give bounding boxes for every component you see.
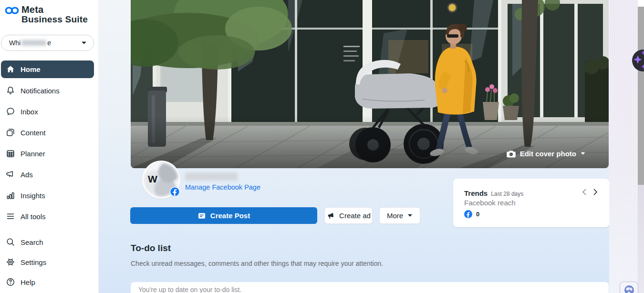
trends-metric-label: Facebook reach <box>464 199 598 207</box>
sidebar-item-home[interactable]: Home <box>1 61 94 78</box>
meta-infinity-icon <box>5 6 19 15</box>
more-button[interactable]: More <box>379 207 420 224</box>
brand-line-1: Meta <box>21 5 88 15</box>
megaphone-icon <box>6 170 15 179</box>
gear-icon <box>6 257 15 267</box>
meta-business-suite-logo: Meta Business Suite <box>5 5 88 24</box>
posts-icon <box>6 128 15 137</box>
page-name-redacted <box>185 172 238 181</box>
sidebar-item-label: Insights <box>21 192 45 200</box>
sidebar-item-label: Home <box>21 65 41 73</box>
sidebar-item-notifications[interactable]: Notifications <box>1 80 94 101</box>
sidebar-item-label: All tools <box>21 212 46 221</box>
sidebar-item-settings[interactable]: Settings <box>1 252 94 272</box>
search-icon <box>6 237 15 247</box>
more-label: More <box>387 212 403 220</box>
sidebar-item-all-tools[interactable]: All tools <box>1 206 94 227</box>
sparkle-icon <box>632 50 644 71</box>
avatar-letter: W <box>148 173 157 185</box>
sidebar-nav: Home Notifications Inbox Content Planner… <box>1 61 94 227</box>
edit-cover-photo-label: Edit cover photo <box>520 150 576 158</box>
sidebar-item-search[interactable]: Search <box>1 232 94 252</box>
sidebar-item-insights[interactable]: Insights <box>1 185 94 206</box>
menu-lines-icon <box>6 212 15 221</box>
trends-prev-button[interactable] <box>582 189 586 195</box>
trends-card: Trends Last 28 days Facebook reach 0 <box>453 179 609 227</box>
sidebar-item-label: Notifications <box>21 87 60 95</box>
sidebar-item-label: Content <box>21 129 46 137</box>
sidebar-item-help[interactable]: Help <box>1 272 94 292</box>
window-scrollbar[interactable] <box>638 0 644 293</box>
megaphone-icon <box>326 212 335 220</box>
post-icon <box>197 212 206 220</box>
bell-icon <box>6 86 15 95</box>
create-ad-button[interactable]: Create ad <box>324 207 373 224</box>
sidebar-item-label: Inbox <box>21 108 38 116</box>
sidebar-item-label: Settings <box>21 258 46 266</box>
sidebar: Meta Business Suite Whie Home Notificati… <box>0 0 99 293</box>
globe-extension-button[interactable] <box>620 282 638 293</box>
camera-icon <box>507 150 516 158</box>
page-name-redacted <box>21 40 46 46</box>
ai-assistant-button[interactable] <box>632 50 644 71</box>
edit-cover-photo-button[interactable]: Edit cover photo <box>507 150 585 158</box>
brand-line-2: Business Suite <box>21 15 88 24</box>
chat-bubble-icon <box>6 107 15 116</box>
create-ad-label: Create ad <box>339 212 371 220</box>
chevron-down-icon <box>581 152 585 155</box>
sidebar-secondary-nav: Search Settings Help <box>1 232 94 292</box>
trends-next-button[interactable] <box>593 189 598 195</box>
question-icon <box>6 277 15 287</box>
sidebar-item-label: Help <box>21 278 35 286</box>
cover-gradient-overlay <box>131 116 609 168</box>
todo-list-title: To-do list <box>131 243 171 253</box>
trends-range: Last 28 days <box>491 191 523 197</box>
sidebar-item-label: Planner <box>21 150 45 158</box>
cover-photo: Edit cover photo <box>131 0 609 168</box>
main-content: Edit cover photo W Manage Facebook Page … <box>99 0 609 293</box>
create-post-label: Create Post <box>210 212 250 220</box>
sidebar-item-planner[interactable]: Planner <box>1 143 94 164</box>
sidebar-item-inbox[interactable]: Inbox <box>1 101 94 122</box>
facebook-icon <box>464 210 472 218</box>
sidebar-item-content[interactable]: Content <box>1 122 94 143</box>
page-avatar[interactable]: W <box>144 162 179 197</box>
page-name-fragment-end: e <box>47 39 51 47</box>
todo-list-description: Check unread messages, comments and othe… <box>131 260 383 267</box>
facebook-badge-icon <box>170 187 180 197</box>
sidebar-item-label: Ads <box>21 171 33 179</box>
globe-icon <box>624 285 634 293</box>
sidebar-item-ads[interactable]: Ads <box>1 164 94 185</box>
bar-chart-icon <box>6 191 15 200</box>
todo-empty-card: You're up to date on your to-do list. <box>131 282 609 293</box>
facebook-reach-value: 0 <box>476 211 479 218</box>
home-icon <box>6 65 15 74</box>
calendar-icon <box>6 149 15 158</box>
trends-title: Trends <box>464 189 488 197</box>
chevron-down-icon <box>407 214 413 217</box>
todo-empty-message: You're up to date on your to-do list. <box>138 286 241 293</box>
manage-facebook-page-link[interactable]: Manage Facebook Page <box>185 183 260 191</box>
page-selector-dropdown[interactable]: Whie <box>1 35 94 51</box>
create-post-button[interactable]: Create Post <box>130 207 317 224</box>
sidebar-item-label: Search <box>21 238 43 246</box>
chevron-down-icon <box>81 41 87 45</box>
page-name-fragment-start: Whi <box>9 39 21 47</box>
